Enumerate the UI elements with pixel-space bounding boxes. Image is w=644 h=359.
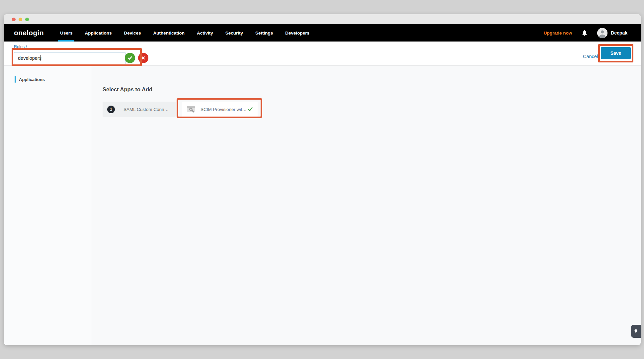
nav-item-applications[interactable]: Applications [85, 24, 112, 42]
avatar [597, 28, 607, 38]
top-navbar: onelogin Users Applications Devices Auth… [4, 24, 641, 42]
page-title: Select Apps to Add [103, 86, 641, 93]
text-cursor [40, 55, 41, 61]
nav-item-devices[interactable]: Devices [124, 24, 141, 42]
page-header: Roles / Cancel Save [4, 42, 641, 66]
app-rank-badge: 1 [107, 106, 115, 113]
active-indicator-bar [15, 76, 16, 83]
cancel-button[interactable]: Cancel [583, 50, 598, 62]
app-card-list: 1 SAML Custom Conne… SCIM Provisioner wi… [103, 102, 641, 117]
content-area: Applications Select Apps to Add 1 SAML C… [4, 66, 641, 345]
nav-items: Users Applications Devices Authenticatio… [60, 24, 309, 42]
role-name-input[interactable] [14, 52, 125, 64]
confirm-name-button[interactable] [125, 53, 135, 63]
onelogin-logo: onelogin [14, 29, 44, 37]
selected-check-icon [248, 107, 253, 112]
save-button[interactable]: Save [601, 47, 631, 59]
app-card-label: SCIM Provisioner with… [201, 107, 248, 112]
close-window-icon[interactable] [12, 18, 16, 21]
lightbulb-icon [633, 329, 638, 334]
app-card-scim-provisioner[interactable]: SCIM Provisioner with… [182, 102, 258, 117]
navbar-right: Upgrade now Deepak [544, 28, 627, 38]
sidebar: Applications [4, 66, 91, 345]
help-lightbulb-button[interactable] [631, 325, 641, 338]
window-titlebar [4, 14, 641, 24]
app-card-saml-custom-connector[interactable]: 1 SAML Custom Conne… [103, 102, 176, 117]
nav-item-developers[interactable]: Developers [285, 24, 309, 42]
app-card-label: SAML Custom Conne… [123, 107, 171, 112]
sidebar-item-applications[interactable]: Applications [4, 75, 91, 84]
notifications-bell-icon[interactable] [581, 30, 588, 36]
nav-item-authentication[interactable]: Authentication [153, 24, 185, 42]
app-window: onelogin Users Applications Devices Auth… [4, 14, 641, 345]
discard-name-button[interactable] [138, 53, 148, 63]
breadcrumb[interactable]: Roles / [14, 45, 27, 49]
upgrade-now-link[interactable]: Upgrade now [544, 31, 572, 36]
traffic-lights [12, 18, 29, 21]
user-menu[interactable]: Deepak [597, 28, 627, 38]
scim-connector-icon [187, 106, 195, 113]
nav-item-users[interactable]: Users [60, 24, 73, 42]
nav-item-settings[interactable]: Settings [255, 24, 273, 42]
minimize-window-icon[interactable] [19, 18, 22, 21]
user-name: Deepak [611, 30, 627, 36]
main-panel: Select Apps to Add 1 SAML Custom Conne… [91, 66, 641, 345]
nav-item-security[interactable]: Security [225, 24, 243, 42]
maximize-window-icon[interactable] [25, 18, 29, 21]
sidebar-item-label: Applications [19, 77, 45, 82]
nav-item-activity[interactable]: Activity [197, 24, 213, 42]
